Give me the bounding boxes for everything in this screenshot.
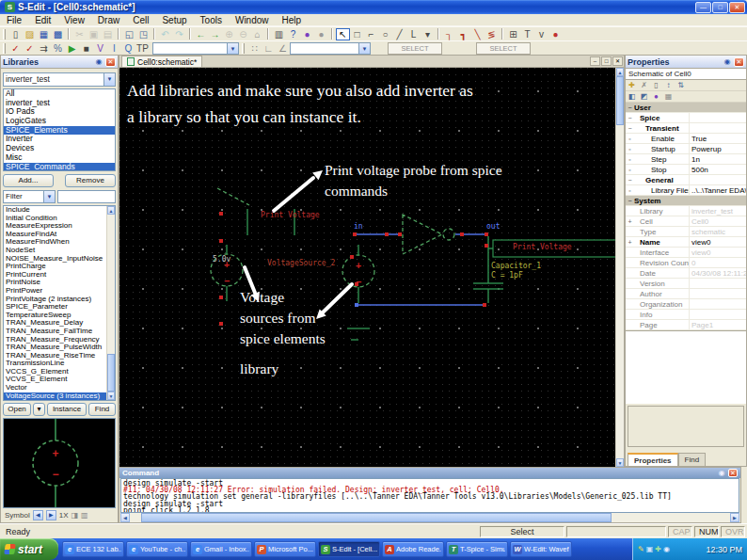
taskbar-task-button[interactable]: e YouTube - ch... [126,541,188,557]
annotation-note-line2[interactable]: a library so that you can instance it. [127,107,361,127]
select-cursor-icon[interactable]: ↖ [336,28,350,40]
volume-icon[interactable]: ◉ [663,544,670,555]
zoom-out-small-icon[interactable]: ▥ [81,511,88,520]
callout-top-line1[interactable]: Print voltage probe from spice [325,162,502,179]
property-row[interactable]: Date 04/30/08 12:11:27 [626,268,746,279]
capacitor-name-label[interactable]: Capacitor_1 [491,262,541,270]
toolbar-grip[interactable] [242,43,245,54]
property-row[interactable]: Info [626,310,746,320]
new-property-icon[interactable]: ✚ [626,80,638,90]
scroll-down-icon[interactable]: ▼ [107,392,115,400]
print-voltage-probe-label[interactable]: Print Voltage [513,243,572,251]
row-expander-icon[interactable]: + [626,237,634,247]
text-tool-icon[interactable]: T [520,28,534,40]
paste-icon[interactable]: ▤ [101,28,115,40]
property-value[interactable] [689,289,746,298]
property-row[interactable]: Organization [626,299,746,310]
annotation-note-line1[interactable]: Add libraries and make sure you also add… [127,81,473,101]
command-scrollbar[interactable]: ◀ ▶ [120,513,739,522]
print-voltage-command-label[interactable]: Print Voltage [261,211,320,219]
circle-tool-icon[interactable]: ○ [378,28,392,40]
check-netlist-icon[interactable]: ✓ [8,42,23,55]
probe-current-icon[interactable]: I [107,42,121,55]
mdi-minimize-icon[interactable]: – [590,56,600,66]
document-tab[interactable]: Cell0:schematic* [121,56,202,67]
property-value[interactable]: True [689,134,746,143]
start-button[interactable]: start [0,538,58,560]
open-cell-button[interactable]: Open [3,403,31,416]
callout-bottom-line1[interactable]: Voltage [240,289,284,306]
redo-icon[interactable]: ↷ [172,28,186,40]
close-icon[interactable]: ✕ [734,57,744,67]
property-value[interactable]: inverter_test [689,206,746,216]
property-row[interactable]: ▫ Library Files ..\..\Tanner EDA\T [626,185,746,196]
help-icon[interactable]: ? [286,28,300,40]
property-value[interactable] [689,299,746,309]
library-item[interactable]: SPICE_Commands [4,163,115,172]
chevron-down-icon[interactable]: ▼ [227,43,238,54]
taskbar-task-button[interactable]: P Microsoft Po... [254,541,316,557]
property-value[interactable] [689,113,746,122]
chevron-down-icon[interactable]: ▼ [103,73,115,86]
callout-top-line2[interactable]: commands [325,183,388,200]
chevron-down-icon[interactable]: ▼ [43,191,55,202]
cells-scrollbar[interactable]: ▲ ▼ [106,206,115,400]
globe-icon[interactable]: ● [300,28,314,40]
bus-tool-icon[interactable]: ┓ [456,28,470,40]
save-icon[interactable]: ▦ [37,28,51,40]
property-value[interactable]: 0 [689,258,746,267]
delete-property-icon[interactable]: ✗ [638,80,650,90]
security-shield-icon[interactable]: ✚ [655,544,661,555]
property-row[interactable]: − Transient [626,123,746,134]
copy-icon[interactable]: ▣ [87,28,101,40]
forward-icon[interactable]: → [208,28,222,40]
probe-tool-icon[interactable]: TP [135,42,150,55]
open-options-caret[interactable]: ▾ [33,403,45,416]
property-value[interactable] [689,310,746,319]
zoom-in-small-icon[interactable]: ◨ [71,511,78,520]
scrollbar-thumb[interactable] [141,513,612,522]
run-simulation-icon[interactable]: ▶ [65,42,79,55]
property-row[interactable]: − User [626,103,746,113]
property-row[interactable]: Type schematic [626,227,746,237]
view-fit-icon[interactable]: ◳ [136,28,151,40]
property-row[interactable]: Interface view0 [626,248,746,258]
scroll-up-icon[interactable]: ▲ [616,68,624,76]
minimize-button[interactable]: — [695,2,711,13]
property-tool-icon[interactable]: v [534,28,548,40]
new-icon[interactable]: ▯ [8,28,23,40]
row-expander-icon[interactable] [626,268,634,278]
wire-tool-icon[interactable]: ┐ [442,28,456,40]
pin-icon[interactable]: ◉ [94,57,103,67]
property-row[interactable]: Author [626,289,746,299]
find-cell-button[interactable]: Find [88,403,116,416]
export-spice-icon[interactable]: ⇉ [37,42,51,55]
row-expander-icon[interactable]: − [626,196,634,205]
scroll-left-icon[interactable]: ◀ [120,513,130,522]
command-console[interactable]: design simulate -start#11: 04/30/08 12:1… [120,478,739,513]
add-library-button[interactable]: Add... [3,174,54,187]
zigzag-wire-icon[interactable]: ≶ [485,28,499,40]
taskbar-task-button[interactable]: A Adobe Reade... [382,541,444,557]
voltage-source-name-label[interactable]: VoltageSource_2 [267,259,335,267]
trash-icon[interactable]: ▯ [650,80,662,90]
canvas-scrollbar[interactable]: ▲ ▼ [615,68,624,467]
menu-item[interactable]: Window [229,15,276,25]
tspice-window-icon[interactable]: % [51,42,65,55]
mdi-restore-icon[interactable]: □ [601,56,612,66]
menu-item[interactable]: Help [276,15,309,25]
close-icon[interactable]: ✕ [105,57,116,67]
rect-tool-icon[interactable]: □ [350,28,364,40]
property-row[interactable]: ▫ Stop 500n [626,165,746,175]
filter-input[interactable] [57,190,116,203]
property-row[interactable]: Page Page1 [626,320,746,330]
pencil-icon[interactable]: ✎ [638,544,644,555]
toolbar-grip[interactable] [3,29,6,40]
menu-item[interactable]: Setup [155,15,193,25]
grid-view-icon[interactable]: ▦ [662,91,675,102]
row-expander-icon[interactable] [626,248,634,257]
row-expander-icon[interactable] [626,299,634,309]
callout-bottom-line4[interactable]: library [240,360,278,377]
zoom-out-icon[interactable]: ⊖ [236,28,250,40]
any-angle-icon[interactable]: ∠ [276,42,290,55]
